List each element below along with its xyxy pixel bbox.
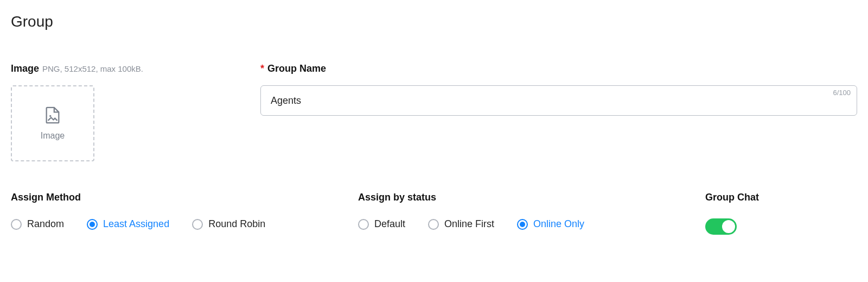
radio-online_only[interactable]: Online Only [517,218,584,230]
radio-icon [87,219,98,230]
radio-icon [517,219,528,230]
assign-status-options: DefaultOnline FirstOnline Only [358,218,705,230]
image-upload-box[interactable]: Image [11,85,94,161]
radio-least_assigned[interactable]: Least Assigned [87,218,169,230]
image-label-hint: PNG, 512x512, max 100kB. [42,64,143,73]
radio-icon [192,219,203,230]
svg-point-0 [49,115,51,117]
radio-label: Round Robin [208,218,265,230]
image-label-text: Image [11,63,39,74]
group-chat-toggle[interactable] [705,218,737,235]
page-title: Group [11,13,857,30]
assign-status-label: Assign by status [358,192,705,203]
assign-method-label: Assign Method [11,192,358,203]
radio-label: Default [374,218,405,230]
group-name-label: * Group Name [260,63,857,74]
radio-icon [358,219,369,230]
top-row: Image PNG, 512x512, max 100kB. Image * G… [11,63,857,161]
radio-icon [11,219,22,230]
assign-method-options: RandomLeast AssignedRound Robin [11,218,358,230]
image-section: Image PNG, 512x512, max 100kB. Image [11,63,217,161]
group-chat-section: Group Chat [705,192,857,235]
required-asterisk: * [260,63,264,74]
group-chat-label: Group Chat [705,192,857,203]
group-name-section: * Group Name 6/100 [260,63,857,116]
group-name-label-text: Group Name [267,63,326,74]
radio-random[interactable]: Random [11,218,64,230]
radio-default[interactable]: Default [358,218,405,230]
bottom-row: Assign Method RandomLeast AssignedRound … [11,192,857,235]
radio-label: Online Only [533,218,584,230]
toggle-knob [722,220,735,233]
radio-icon [428,219,439,230]
radio-round_robin[interactable]: Round Robin [192,218,265,230]
image-upload-placeholder: Image [41,131,65,141]
image-label: Image PNG, 512x512, max 100kB. [11,63,217,74]
radio-label: Least Assigned [103,218,169,230]
radio-online_first[interactable]: Online First [428,218,494,230]
image-icon [43,106,62,124]
radio-label: Online First [444,218,494,230]
radio-label: Random [27,218,64,230]
assign-method-section: Assign Method RandomLeast AssignedRound … [11,192,358,230]
assign-status-section: Assign by status DefaultOnline FirstOnli… [358,192,705,230]
group-name-input[interactable] [260,85,857,116]
